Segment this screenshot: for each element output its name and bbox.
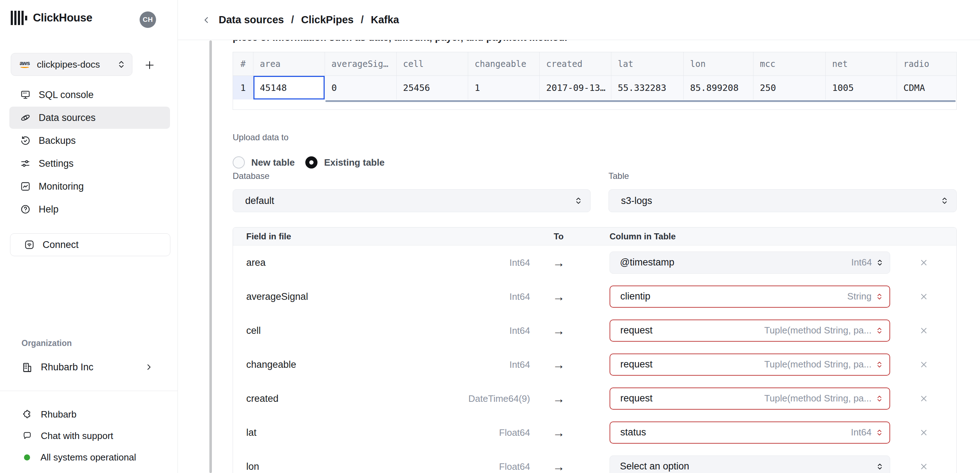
- add-service-button[interactable]: [142, 58, 157, 72]
- database-select[interactable]: default: [233, 189, 590, 212]
- radio-new-table[interactable]: New table: [233, 156, 294, 168]
- breadcrumb-data-sources[interactable]: Data sources: [219, 14, 284, 26]
- preview-col-header[interactable]: radio: [897, 52, 956, 76]
- breadcrumb-clickpipes[interactable]: ClickPipes: [301, 14, 354, 26]
- preview-col-header[interactable]: area: [253, 52, 325, 76]
- clipped-description-text: piece of information such as date, amoun…: [233, 40, 913, 45]
- column-select[interactable]: request Tuple(method String, pa...: [609, 387, 890, 410]
- selected-cell[interactable]: 45148: [253, 76, 325, 100]
- table-cell[interactable]: 55.332283: [611, 76, 684, 100]
- chevron-updown-icon: [877, 326, 882, 335]
- table-cell[interactable]: 0: [325, 76, 396, 100]
- chevron-updown-icon: [877, 360, 882, 369]
- column-select[interactable]: @timestamp Int64: [609, 252, 890, 274]
- preview-col-header[interactable]: mcc: [753, 52, 826, 76]
- table-cell[interactable]: 1: [468, 76, 540, 100]
- column-select[interactable]: status Int64: [609, 421, 890, 444]
- data-sources-icon: [20, 112, 31, 123]
- column-type: Tuple(method String, pa...: [764, 359, 872, 370]
- avatar[interactable]: CH: [140, 11, 156, 28]
- service-selector[interactable]: aws clickpipes-docs: [11, 53, 132, 76]
- database-select-value: default: [245, 195, 575, 206]
- main-content: piece of information such as date, amoun…: [178, 40, 980, 473]
- sidebar-item-backups[interactable]: Backups: [9, 130, 170, 152]
- column-select[interactable]: Select an option: [609, 456, 890, 473]
- remove-mapping-button[interactable]: [916, 459, 932, 473]
- table-cell[interactable]: 250: [753, 76, 826, 100]
- preview-col-header[interactable]: lon: [684, 52, 753, 76]
- arrow-right-icon: →: [548, 357, 570, 371]
- footer-item-rhubarb[interactable]: Rhubarb: [10, 403, 170, 425]
- preview-col-header[interactable]: changeable: [468, 52, 540, 76]
- chevron-updown-icon: [877, 394, 882, 403]
- radio-existing-table[interactable]: Existing table: [305, 156, 384, 168]
- sidebar-item-label: Help: [39, 204, 59, 215]
- table-cell[interactable]: 1005: [826, 76, 897, 100]
- table-select[interactable]: s3-logs: [608, 189, 957, 212]
- column-select[interactable]: request Tuple(method String, pa...: [609, 319, 890, 342]
- column-type: Tuple(method String, pa...: [764, 393, 872, 404]
- sidebar-item-monitoring[interactable]: Monitoring: [9, 175, 170, 197]
- sidebar-item-sql-console[interactable]: SQL console: [9, 84, 170, 106]
- radio-label: Existing table: [324, 157, 384, 168]
- remove-mapping-button[interactable]: [916, 357, 932, 373]
- table-cell[interactable]: 25456: [396, 76, 468, 100]
- remove-mapping-button[interactable]: [916, 323, 932, 338]
- chevron-updown-icon: [877, 428, 882, 437]
- horizontal-scrollbar[interactable]: [325, 100, 956, 102]
- column-select[interactable]: request Tuple(method String, pa...: [609, 354, 890, 376]
- column-select[interactable]: clientip String: [609, 286, 890, 308]
- remove-mapping-button[interactable]: [916, 391, 932, 406]
- organization-section-label: Organization: [21, 338, 72, 348]
- sidebar-item-label: Backups: [39, 135, 76, 146]
- service-name: clickpipes-docs: [37, 59, 112, 70]
- footer-item-chat-support[interactable]: Chat with support: [10, 425, 170, 446]
- preview-col-header[interactable]: averageSig…: [325, 52, 396, 76]
- footer-item-system-status[interactable]: All systems operational: [10, 446, 170, 468]
- chevron-updown-icon: [877, 292, 882, 301]
- table-cell[interactable]: 2017-09-13…: [540, 76, 611, 100]
- footer-item-label: All systems operational: [40, 452, 136, 463]
- sidebar-item-data-sources[interactable]: Data sources: [9, 106, 170, 129]
- sidebar-item-label: SQL console: [39, 89, 94, 100]
- sidebar-item-help[interactable]: Help: [9, 198, 170, 221]
- footer-item-label: Chat with support: [41, 430, 113, 441]
- remove-mapping-button[interactable]: [916, 425, 932, 440]
- back-button[interactable]: [200, 14, 213, 27]
- sidebar: ClickHouse CH aws clickpipes-docs SQL co…: [0, 0, 178, 473]
- field-type: Float64: [376, 427, 530, 438]
- chevron-updown-icon: [575, 196, 582, 205]
- column-type: String: [847, 291, 872, 302]
- sidebar-item-label: Data sources: [39, 112, 95, 124]
- chevron-updown-icon: [877, 462, 883, 471]
- preview-col-header[interactable]: created: [540, 52, 611, 76]
- table-cell[interactable]: 85.899208: [684, 76, 753, 100]
- row-index-cell[interactable]: 1: [233, 76, 253, 100]
- arrow-right-icon: →: [548, 256, 570, 270]
- breadcrumb-kafka[interactable]: Kafka: [371, 14, 399, 26]
- preview-col-header[interactable]: #: [233, 52, 253, 76]
- sidebar-item-settings[interactable]: Settings: [9, 152, 170, 175]
- remove-mapping-button[interactable]: [916, 255, 932, 270]
- preview-col-header[interactable]: lat: [611, 52, 684, 76]
- chevron-updown-icon: [941, 196, 948, 205]
- breadcrumb: Data sources / ClickPipes / Kafka: [219, 14, 399, 26]
- preview-col-header[interactable]: net: [826, 52, 897, 76]
- radio-selected-icon: [305, 156, 318, 168]
- upload-data-to-label: Upload data to: [233, 132, 288, 143]
- field-type: DateTime64(9): [376, 393, 530, 404]
- table-cell[interactable]: CDMA: [897, 76, 956, 100]
- sql-console-icon: [20, 89, 31, 100]
- organization-switcher[interactable]: Rhubarb Inc: [10, 356, 170, 378]
- monitoring-chart-icon: [20, 181, 31, 192]
- remove-mapping-button[interactable]: [916, 289, 932, 305]
- chat-bubble-icon: [22, 431, 32, 441]
- column-type: Tuple(method String, pa...: [764, 325, 872, 336]
- mapping-row: lon Float64 → Select an option: [233, 449, 956, 473]
- vertical-scrollbar[interactable]: [209, 40, 212, 473]
- aws-icon: aws: [18, 61, 31, 68]
- field-name: lat: [246, 427, 257, 438]
- preview-col-header[interactable]: cell: [396, 52, 468, 76]
- connect-button[interactable]: Connect: [10, 233, 170, 256]
- clickhouse-logo[interactable]: ClickHouse: [11, 11, 92, 25]
